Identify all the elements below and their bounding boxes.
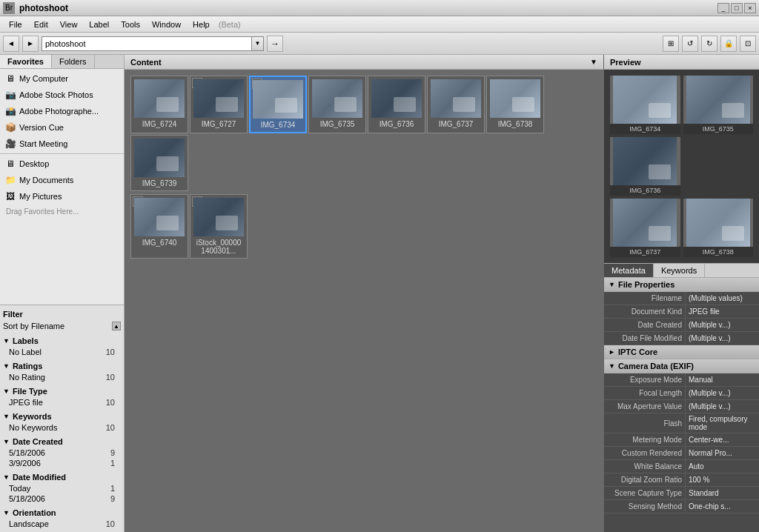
thumb-img6727 (193, 79, 244, 118)
adobe-icon: 📸 (4, 105, 16, 117)
filter-section-date-created-header[interactable]: ▼ Date Created (3, 436, 121, 448)
sidebar-item-adobe-photo[interactable]: 📸 Adobe Photographe... (0, 103, 124, 119)
meta-key-date-created: Date Created (604, 319, 686, 331)
meta-section-iptc[interactable]: ► IPTC Core (604, 345, 759, 359)
menu-help[interactable]: Help (187, 19, 216, 30)
sidebar-item-stock-photos[interactable]: 📷 Adobe Stock Photos (0, 87, 124, 103)
menu-label[interactable]: Label (83, 19, 115, 30)
meta-val-filename: (Multiple values) (686, 292, 759, 305)
tab-keywords[interactable]: Keywords (654, 264, 705, 277)
preview-thumb-img6735[interactable]: IMG_6735 (683, 76, 754, 134)
favorites-list: 🖥 My Computer 📷 Adobe Stock Photos 📸 Ado… (0, 69, 124, 305)
thumb-img6740 (134, 198, 185, 236)
filter-section-filetype-header[interactable]: ▼ File Type (3, 385, 121, 397)
panel-tabs: Favorites Folders (0, 55, 124, 69)
meta-row-flash: Flash Fired, compulsory mode (604, 413, 759, 433)
meta-row-date-file-modified: Date File Modified (Multiple v...) (604, 332, 759, 345)
path-dropdown[interactable]: ▼ (252, 36, 264, 51)
filter-row-jpeg: JPEG file 10 (3, 397, 121, 408)
meta-val-max-aperture: (Multiple v...) (686, 400, 759, 413)
view-options-button[interactable]: ⊞ (663, 36, 679, 52)
thumbnail-img6737[interactable]: IMG_6737 (427, 76, 485, 133)
filter-section-orientation-header[interactable]: ▼ Orientation (3, 507, 121, 519)
path-input[interactable] (42, 36, 252, 51)
meta-val-doc-kind: JPEG file (686, 305, 759, 318)
back-button[interactable]: ◄ (3, 36, 19, 52)
filter-row-modified1: Today 1 (3, 483, 121, 493)
sidebar-item-start-meeting[interactable]: 🎥 Start Meeting (0, 136, 124, 152)
sidebar-item-my-documents[interactable]: 📁 My Documents (0, 172, 124, 188)
rotate-ccw-button[interactable]: ↺ (682, 36, 698, 52)
go-button[interactable]: → (267, 36, 283, 52)
minimize-button[interactable]: _ (717, 3, 729, 13)
app-icon: Br (3, 2, 15, 14)
sidebar-item-desktop[interactable]: 🖥 Desktop (0, 156, 124, 172)
compact-mode-button[interactable]: ⊡ (740, 36, 756, 52)
preview-thumb-img6738[interactable]: IMG_6738 (683, 199, 754, 257)
close-button[interactable]: × (744, 3, 756, 13)
thumbnail-img6738[interactable]: IMG_6738 (486, 76, 544, 133)
sidebar-item-version-cue[interactable]: 📦 Version Cue (0, 119, 124, 136)
menu-view[interactable]: View (54, 19, 84, 30)
menu-tools[interactable]: Tools (115, 19, 146, 30)
meta-key-white-balance: White Balance (604, 460, 686, 473)
rotate-cw-button[interactable]: ↻ (701, 36, 717, 52)
meta-row-focal-length: Focal Length (Multiple v...) (604, 387, 759, 400)
thumbnail-img6727[interactable]: 5 IMG_6727 (190, 76, 248, 133)
meta-section-file-properties[interactable]: ▼ File Properties (604, 278, 759, 292)
thumb-label-img6724: IMG_6724 (142, 120, 177, 128)
thumb-label-img6734: IMG_6734 (261, 121, 296, 129)
meta-row-date-created: Date Created (Multiple v...) (604, 319, 759, 332)
meta-row-white-balance: White Balance Auto (604, 460, 759, 473)
filter-section-ratings-header[interactable]: ▼ Ratings (3, 360, 121, 372)
filter-section-labels: ▼ Labels No Label 10 (3, 335, 121, 357)
forward-button[interactable]: ► (22, 36, 39, 52)
lock-button[interactable]: 🔒 (720, 36, 737, 52)
menu-window[interactable]: Window (146, 19, 187, 30)
desktop-icon: 🖥 (4, 158, 16, 170)
computer-icon: 🖥 (4, 73, 16, 84)
app-title: photoshoot (19, 3, 717, 13)
content-options-button[interactable]: ▼ (590, 58, 597, 66)
maximize-button[interactable]: □ (731, 3, 743, 13)
meta-row-exposure-mode: Exposure Mode Manual (604, 373, 759, 387)
thumbnail-img6735[interactable]: IMG_6735 (308, 76, 366, 133)
thumb-label-img6735: IMG_6735 (320, 120, 355, 128)
meta-row-metering-mode: Metering Mode Center-we... (604, 433, 759, 447)
thumbnail-img6736[interactable]: IMG_6736 (368, 76, 425, 133)
thumbnail-img6724[interactable]: IMG_6724 (130, 76, 188, 133)
meta-key-flash: Flash (604, 413, 686, 433)
menu-edit[interactable]: Edit (28, 19, 54, 30)
tab-metadata[interactable]: Metadata (604, 264, 654, 277)
thumbnail-img6739[interactable]: IMG_6739 (130, 135, 188, 191)
sort-asc-button[interactable]: ▲ (112, 322, 121, 330)
thumbnail-img6740[interactable]: 6 IMG_6740 (130, 194, 188, 259)
filter-section-labels-header[interactable]: ▼ Labels (3, 335, 121, 347)
preview-img6736 (613, 137, 677, 185)
menu-file[interactable]: File (3, 19, 28, 30)
preview-thumb-img6736[interactable]: IMG_6736 (610, 137, 680, 196)
tab-folders[interactable]: Folders (52, 55, 95, 68)
meta-row-digital-zoom: Digital Zoom Ratio 100 % (604, 473, 759, 487)
filter-row-no-keywords: No Keywords 10 (3, 422, 121, 433)
meta-key-date-file-modified: Date File Modified (604, 332, 686, 345)
left-panel: Favorites Folders 🖥 My Computer 📷 Adobe … (0, 55, 125, 532)
thumbnail-img6734[interactable]: 5 IMG_6734 (249, 76, 307, 133)
filter-section-keywords-header[interactable]: ▼ Keywords (3, 410, 121, 422)
preview-thumb-img6737[interactable]: IMG_6737 (610, 199, 680, 257)
preview-label-img6736: IMG_6736 (610, 185, 680, 196)
thumb-row-1: IMG_6724 5 IMG_6727 5 IMG_6734 IMG_6 (130, 76, 597, 191)
preview-img6734 (613, 76, 677, 124)
thumbnail-istock[interactable]: 5 iStock_00000 1400301... (190, 194, 248, 259)
sidebar-item-my-pictures[interactable]: 🖼 My Pictures (0, 188, 124, 205)
meta-key-max-aperture: Max Aperture Value (604, 400, 686, 413)
meta-section-exif[interactable]: ▼ Camera Data (EXIF) (604, 359, 759, 373)
preview-thumb-img6734[interactable]: IMG_6734 (610, 76, 680, 134)
meta-key-filename: Filename (604, 292, 686, 305)
sort-row: Sort by Filename ▲ (3, 320, 121, 332)
filter-section-date-modified-header[interactable]: ▼ Date Modified (3, 471, 121, 483)
tab-favorites[interactable]: Favorites (0, 55, 52, 68)
metadata-content: ▼ File Properties Filename (Multiple val… (604, 278, 759, 532)
sidebar-item-my-computer[interactable]: 🖥 My Computer (0, 70, 124, 87)
thumb-img6739 (134, 139, 185, 177)
